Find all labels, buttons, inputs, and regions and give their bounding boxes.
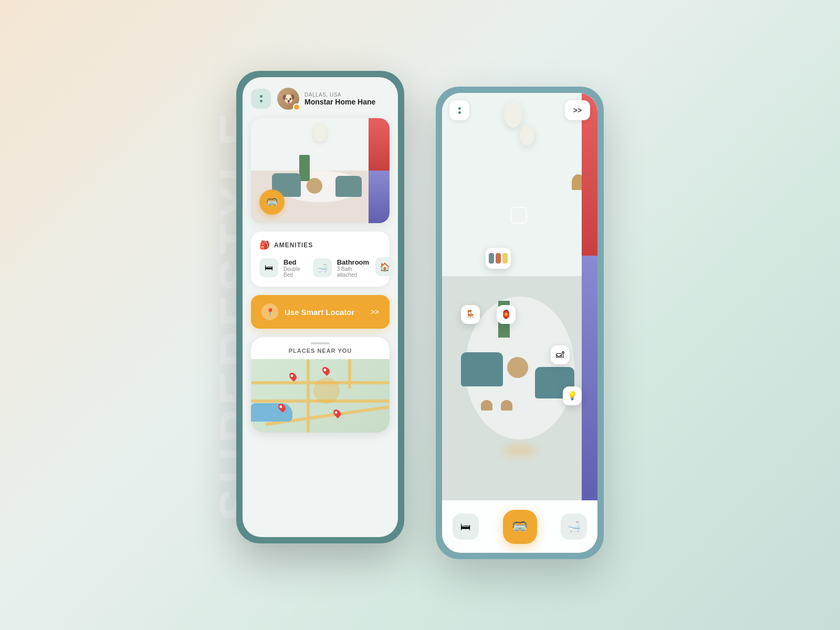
map-road-v2: [348, 359, 351, 388]
locator-icon: 📍: [261, 303, 278, 320]
map-road-v1: [307, 359, 310, 433]
ar-top-bar: >>: [442, 100, 597, 120]
smart-locator-label: Use Smart Locator: [285, 308, 354, 317]
room-accent: [369, 118, 390, 223]
amenities-grid: 🛏 Bed Double Bed 🛁: [259, 257, 381, 278]
map-card: PLACES NEAR YOU: [251, 337, 390, 433]
ar-bath-icon: 🛁: [568, 520, 581, 533]
ar-bed-button[interactable]: 🛏: [453, 513, 479, 540]
pin-icon: 📍: [266, 308, 275, 316]
ar-pendant-2: [520, 125, 534, 145]
amenities-bag-icon: 🎒: [259, 240, 270, 250]
ar-item-tag-3[interactable]: 🛋: [551, 345, 570, 364]
menu-dot-2: [260, 100, 262, 102]
phone-right: >> 🪑 🏮 🛋: [436, 87, 604, 559]
room-image-card: 🥽: [251, 118, 390, 223]
menu-dot-1: [260, 95, 262, 98]
smart-locator-button[interactable]: 📍 Use Smart Locator >>: [251, 295, 390, 329]
color-swatch-yellow: [502, 253, 508, 264]
room-pendant: [313, 123, 327, 142]
ar-item-icon-1: 🪑: [465, 309, 476, 319]
avatar-wrap: 🐶: [277, 88, 299, 110]
color-swatch-teal: [489, 253, 494, 264]
amenities-section: 🎒 AMENITIES 🛏 Bed Double Bed: [251, 232, 390, 287]
ar-item-icon-4: 💡: [567, 391, 578, 401]
map-glow: [313, 377, 340, 404]
ar-menu-dot-2: [458, 111, 461, 114]
amenity-bathroom: 🛁 Bathroom 3 Bath attached: [313, 257, 369, 278]
ar-item-tag-1[interactable]: 🪑: [461, 305, 480, 324]
color-swatch-orange: [496, 253, 501, 264]
menu-button[interactable]: [251, 89, 271, 109]
bath-text: Bathroom 3 Bath attached: [337, 258, 369, 278]
amenities-title-row: 🎒 AMENITIES: [259, 240, 381, 250]
home-icon: 🏠: [380, 262, 390, 272]
user-text: DALLAS, USA Monstar Home Hane: [304, 92, 375, 106]
header-row: 🐶 DALLAS, USA Monstar Home Hane: [251, 88, 390, 110]
bed-icon: 🛏: [265, 263, 273, 272]
bath-detail: 3 Bath attached: [337, 266, 369, 278]
places-label: PLACES NEAR YOU: [251, 348, 390, 359]
ar-item-tag-4[interactable]: 💡: [563, 386, 582, 405]
map-water: [251, 403, 292, 422]
user-name: Monstar Home Hane: [304, 98, 375, 106]
bath-icon: 🛁: [317, 263, 328, 273]
avatar-badge: [293, 103, 300, 111]
bed-detail: Double Bed: [284, 266, 300, 278]
home-icon-wrap: 🏠: [375, 257, 394, 276]
user-location: DALLAS, USA: [304, 92, 375, 98]
ar-view: >> 🪑 🏮 🛋: [442, 93, 597, 500]
ar-menu-dot-1: [458, 107, 461, 110]
ar-item-icon-3: 🛋: [556, 350, 564, 360]
map-pin-1: [288, 371, 298, 382]
smart-locator-left: 📍 Use Smart Locator: [261, 303, 354, 320]
bed-text: Bed Double Bed: [284, 258, 300, 278]
room-table: [307, 178, 322, 194]
bath-icon-wrap: 🛁: [313, 258, 332, 277]
ar-chair-1: [461, 352, 503, 386]
ar-bottom-glow: [503, 445, 537, 456]
room-chair-2: [335, 176, 362, 197]
bed-icon-wrap: 🛏: [259, 258, 278, 277]
ar-bed-icon: 🛏: [460, 521, 471, 533]
vr-icon: 🥽: [266, 196, 278, 208]
ar-item-icon-2: 🏮: [501, 309, 511, 319]
map-handle-wrap: [251, 337, 390, 348]
user-info: 🐶 DALLAS, USA Monstar Home Hane: [277, 88, 390, 110]
ar-color-tag[interactable]: [486, 248, 511, 269]
smart-locator-arrow: >>: [371, 308, 379, 316]
ar-stool-1: [481, 400, 492, 411]
vr-button[interactable]: 🥽: [259, 190, 285, 215]
map-handle: [311, 342, 330, 344]
amenities-title: AMENITIES: [274, 242, 313, 249]
ar-accent: [582, 93, 597, 500]
phones-container: 🐶 DALLAS, USA Monstar Home Hane: [236, 71, 604, 559]
map-pin-2: [321, 365, 331, 376]
ar-bath-button[interactable]: 🛁: [561, 513, 587, 540]
ar-focus-ring: [510, 207, 527, 224]
map-pin-4: [332, 408, 342, 418]
ar-menu-button[interactable]: [449, 100, 469, 120]
bed-name: Bed: [284, 258, 300, 266]
ar-vr-icon: 🥽: [512, 519, 528, 534]
map-view[interactable]: [251, 359, 390, 433]
amenity-bed: 🛏 Bed Double Bed: [259, 257, 300, 278]
phone-left: 🐶 DALLAS, USA Monstar Home Hane: [236, 71, 404, 543]
ar-forward-button[interactable]: >>: [565, 100, 590, 120]
ar-item-tag-2[interactable]: 🏮: [497, 305, 516, 324]
ar-stool-2: [501, 400, 512, 411]
room-plant: [299, 155, 310, 181]
ar-vr-main-button[interactable]: 🥽: [503, 510, 537, 544]
bath-name: Bathroom: [337, 258, 369, 266]
ar-bottom-bar: 🛏 🥽 🛁: [442, 500, 597, 553]
